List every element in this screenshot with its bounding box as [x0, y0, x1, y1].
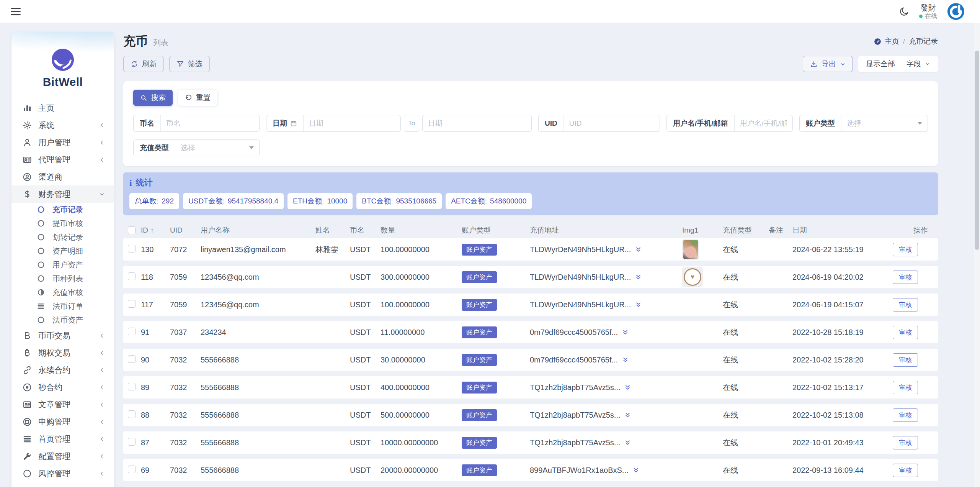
row-checkbox[interactable] — [128, 328, 136, 335]
sidebar-item[interactable]: 文章管理 — [11, 396, 114, 413]
double-chevron-down-icon[interactable] — [622, 329, 629, 336]
show-all-button[interactable]: 显示全部 — [866, 59, 895, 69]
sidebar-item[interactable]: 首页管理 — [11, 430, 114, 448]
review-button[interactable]: 审核 — [893, 408, 918, 422]
double-chevron-down-icon[interactable] — [622, 356, 629, 364]
user-avatar[interactable] — [947, 3, 965, 20]
user-info[interactable]: 發財 在线 — [919, 3, 937, 20]
review-button[interactable]: 审核 — [893, 271, 918, 284]
sidebar-item[interactable]: 申购管理 — [11, 413, 114, 430]
chevron-left-icon — [99, 122, 105, 128]
user-input[interactable] — [735, 119, 792, 128]
uid-input[interactable] — [564, 119, 660, 128]
cell-checkbox — [123, 300, 141, 310]
date-from-input[interactable] — [304, 119, 400, 128]
sidebar-subitem[interactable]: 法币订单 — [11, 299, 114, 313]
double-chevron-down-icon[interactable] — [635, 274, 642, 281]
chevron-left-icon — [99, 471, 105, 477]
double-chevron-down-icon[interactable] — [635, 246, 642, 253]
uid-filter: UID — [538, 115, 660, 132]
cell-text: USDT — [350, 328, 371, 336]
sidebar-item[interactable]: 代理管理 — [11, 151, 114, 168]
hamburger-menu-icon[interactable] — [11, 8, 21, 15]
sidebar-item[interactable]: 期权交易 — [11, 344, 114, 361]
sidebar-item[interactable]: 秒合约 — [11, 379, 114, 396]
sidebar-item[interactable]: 渠道商 — [11, 168, 114, 185]
fields-dropdown[interactable]: 字段 — [906, 59, 930, 69]
export-button[interactable]: 导出 — [803, 56, 853, 72]
address-text: 0m79df69ccc45005765f... — [530, 328, 618, 337]
sidebar-subitem[interactable]: 充值审核 — [11, 285, 114, 299]
coin-name-input[interactable] — [161, 119, 259, 128]
sidebar-subitem[interactable]: 充币记录 — [11, 203, 114, 216]
user-name: 發財 — [921, 3, 936, 12]
deposit-image-thumbnail[interactable]: ♥ — [682, 267, 703, 287]
scrollbar-thumb[interactable] — [975, 51, 979, 250]
column-header-address: 充值地址 — [530, 225, 682, 235]
account-type-select[interactable]: 账户类型 选择 — [799, 115, 928, 132]
sidebar-subitem-label: 法币订单 — [52, 301, 83, 312]
review-button[interactable]: 审核 — [893, 436, 918, 449]
sidebar-subitem[interactable]: 提币审核 — [11, 216, 114, 230]
row-checkbox[interactable] — [128, 438, 136, 446]
deposit-image-thumbnail[interactable] — [682, 239, 699, 260]
sidebar-item[interactable]: 系统 — [11, 116, 114, 134]
column-header-label: 日期 — [792, 225, 807, 235]
double-chevron-down-icon[interactable] — [624, 412, 631, 419]
search-button[interactable]: 搜索 — [133, 90, 173, 106]
double-chevron-down-icon[interactable] — [624, 384, 631, 391]
double-chevron-down-icon[interactable] — [624, 439, 631, 446]
sidebar-item[interactable]: 风控管理 — [11, 465, 114, 482]
sidebar-item[interactable]: 智能矿机 — [11, 482, 114, 487]
column-header-label: 备注 — [769, 225, 783, 235]
sidebar-subitem[interactable]: 划转记录 — [11, 230, 114, 244]
review-button[interactable]: 审核 — [893, 381, 918, 394]
row-checkbox[interactable] — [128, 466, 136, 473]
breadcrumb-home[interactable]: 主页 — [874, 36, 899, 46]
review-button[interactable]: 审核 — [893, 243, 918, 256]
row-checkbox[interactable] — [128, 383, 136, 390]
chevron-left-icon — [99, 384, 105, 390]
review-button[interactable]: 审核 — [893, 326, 918, 339]
sidebar-item[interactable]: 永续合约 — [11, 361, 114, 379]
sidebar-subitem-label: 法币资产 — [52, 315, 83, 325]
cell-amount: 100.00000000 — [381, 300, 462, 309]
select-all-checkbox[interactable] — [128, 226, 136, 234]
row-checkbox[interactable] — [128, 300, 136, 308]
cell-text: 123456@qq.com — [201, 273, 259, 281]
cell-checkbox — [123, 438, 141, 448]
sidebar-item[interactable]: 用户管理 — [11, 134, 114, 151]
review-button[interactable]: 审核 — [893, 353, 918, 367]
double-chevron-down-icon[interactable] — [632, 467, 640, 474]
refresh-button[interactable]: 刷新 — [123, 56, 164, 72]
reset-button[interactable]: 重置 — [178, 90, 217, 106]
filter-button[interactable]: 筛选 — [169, 56, 210, 72]
row-checkbox[interactable] — [128, 272, 136, 280]
sidebar-item[interactable]: 配置管理 — [11, 448, 114, 465]
sidebar-subitem[interactable]: 用户资产 — [11, 258, 114, 272]
row-checkbox[interactable] — [128, 245, 136, 253]
sidebar: BitWell 主页系统用户管理代理管理渠道商财务管理充币记录提币审核划转记录资… — [11, 32, 114, 487]
sidebar-item-label: 永续合约 — [38, 365, 99, 375]
sidebar-subitem[interactable]: 资产明细 — [11, 244, 114, 258]
row-checkbox[interactable] — [128, 355, 136, 363]
double-chevron-down-icon[interactable] — [635, 301, 642, 308]
emblem-icon: ♥ — [684, 268, 701, 286]
dark-mode-moon-icon[interactable] — [899, 7, 909, 16]
review-button[interactable]: 审核 — [893, 298, 918, 312]
sidebar-subitem[interactable]: 法币资产 — [11, 313, 114, 327]
sidebar-item[interactable]: 主页 — [11, 99, 114, 116]
sidebar-item[interactable]: 币币交易 — [11, 327, 114, 344]
calendar-icon — [290, 120, 297, 127]
sidebar-subitem[interactable]: 币种列表 — [11, 272, 114, 285]
cell-uid: 7032 — [170, 438, 201, 447]
date-to-input[interactable] — [423, 119, 531, 128]
cell-uid: 7032 — [170, 411, 201, 420]
cell-recharge_type: 在线 — [723, 272, 769, 282]
row-checkbox[interactable] — [128, 410, 136, 418]
online-dot-icon — [919, 15, 923, 18]
table-row: 1307072linyawen135@gmail.com林雅雯USDT100.0… — [123, 238, 938, 261]
recharge-type-select[interactable]: 充值类型 选择 — [133, 139, 260, 156]
sidebar-item[interactable]: 财务管理 — [11, 185, 114, 203]
review-button[interactable]: 审核 — [893, 464, 918, 477]
